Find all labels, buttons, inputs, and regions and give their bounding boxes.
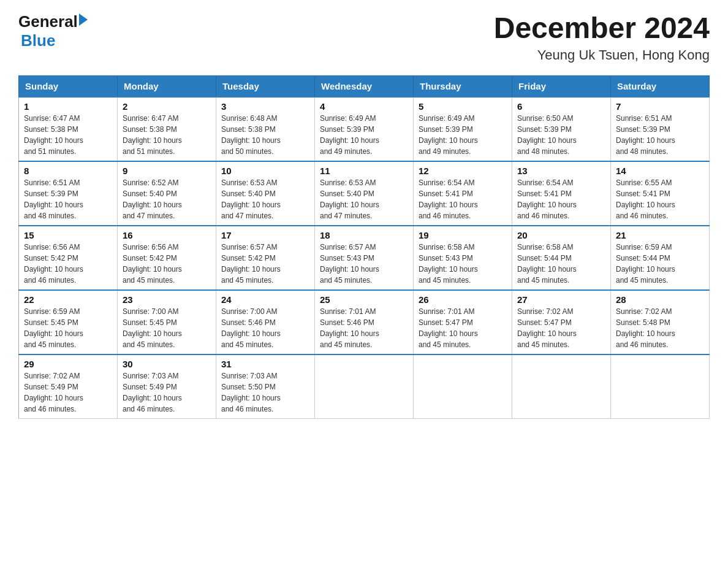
day-cell-14: 14Sunrise: 6:55 AM Sunset: 5:41 PM Dayli… [611,161,710,226]
day-cell-29: 29Sunrise: 7:02 AM Sunset: 5:49 PM Dayli… [19,354,118,419]
header-monday: Monday [118,75,216,97]
header-thursday: Thursday [414,75,512,97]
day-cell-28: 28Sunrise: 7:02 AM Sunset: 5:48 PM Dayli… [611,290,710,354]
day-number-27: 27 [517,294,605,305]
day-info-28: Sunrise: 7:02 AM Sunset: 5:48 PM Dayligh… [616,306,704,350]
day-number-31: 31 [221,359,309,369]
day-cell-10: 10Sunrise: 6:53 AM Sunset: 5:40 PM Dayli… [216,161,315,226]
day-info-19: Sunrise: 6:58 AM Sunset: 5:43 PM Dayligh… [419,242,507,286]
day-cell-16: 16Sunrise: 6:56 AM Sunset: 5:42 PM Dayli… [118,226,216,290]
day-cell-27: 27Sunrise: 7:02 AM Sunset: 5:47 PM Dayli… [512,290,611,354]
day-cell-25: 25Sunrise: 7:01 AM Sunset: 5:46 PM Dayli… [315,290,414,354]
day-cell-6: 6Sunrise: 6:50 AM Sunset: 5:39 PM Daylig… [512,97,611,161]
day-cell-1: 1Sunrise: 6:47 AM Sunset: 5:38 PM Daylig… [19,97,118,161]
day-number-17: 17 [221,230,309,240]
day-cell-3: 3Sunrise: 6:48 AM Sunset: 5:38 PM Daylig… [216,97,315,161]
page-header: General Blue December 2024 Yeung Uk Tsue… [18,12,710,63]
day-cell-19: 19Sunrise: 6:58 AM Sunset: 5:43 PM Dayli… [414,226,512,290]
week-row-5: 29Sunrise: 7:02 AM Sunset: 5:49 PM Dayli… [19,354,710,419]
day-number-3: 3 [221,101,309,112]
day-number-13: 13 [517,166,605,176]
day-number-6: 6 [517,101,605,112]
day-cell-20: 20Sunrise: 6:58 AM Sunset: 5:44 PM Dayli… [512,226,611,290]
day-cell-12: 12Sunrise: 6:54 AM Sunset: 5:41 PM Dayli… [414,161,512,226]
month-title: December 2024 [494,12,710,45]
day-info-17: Sunrise: 6:57 AM Sunset: 5:42 PM Dayligh… [221,242,309,286]
week-row-3: 15Sunrise: 6:56 AM Sunset: 5:42 PM Dayli… [19,226,710,290]
day-cell-4: 4Sunrise: 6:49 AM Sunset: 5:39 PM Daylig… [315,97,414,161]
day-cell-22: 22Sunrise: 6:59 AM Sunset: 5:45 PM Dayli… [19,290,118,354]
day-info-22: Sunrise: 6:59 AM Sunset: 5:45 PM Dayligh… [24,306,112,350]
day-info-9: Sunrise: 6:52 AM Sunset: 5:40 PM Dayligh… [123,177,211,221]
day-number-26: 26 [419,294,507,305]
day-number-12: 12 [419,166,507,176]
day-info-6: Sunrise: 6:50 AM Sunset: 5:39 PM Dayligh… [517,113,605,157]
day-number-10: 10 [221,166,309,176]
day-cell-5: 5Sunrise: 6:49 AM Sunset: 5:39 PM Daylig… [414,97,512,161]
day-number-11: 11 [320,166,408,176]
day-number-5: 5 [419,101,507,112]
day-number-30: 30 [123,359,211,369]
calendar-table: SundayMondayTuesdayWednesdayThursdayFrid… [18,75,710,419]
week-row-1: 1Sunrise: 6:47 AM Sunset: 5:38 PM Daylig… [19,97,710,161]
empty-cell [414,354,512,419]
day-number-21: 21 [616,230,704,240]
day-info-23: Sunrise: 7:00 AM Sunset: 5:45 PM Dayligh… [123,306,211,350]
day-number-14: 14 [616,166,704,176]
title-section: December 2024 Yeung Uk Tsuen, Hong Kong [494,12,710,63]
day-number-16: 16 [123,230,211,240]
day-info-25: Sunrise: 7:01 AM Sunset: 5:46 PM Dayligh… [320,306,408,350]
day-cell-2: 2Sunrise: 6:47 AM Sunset: 5:38 PM Daylig… [118,97,216,161]
header-tuesday: Tuesday [216,75,315,97]
day-cell-24: 24Sunrise: 7:00 AM Sunset: 5:46 PM Dayli… [216,290,315,354]
day-number-2: 2 [123,101,211,112]
day-number-1: 1 [24,101,112,112]
day-cell-30: 30Sunrise: 7:03 AM Sunset: 5:49 PM Dayli… [118,354,216,419]
day-info-16: Sunrise: 6:56 AM Sunset: 5:42 PM Dayligh… [123,242,211,286]
day-cell-18: 18Sunrise: 6:57 AM Sunset: 5:43 PM Dayli… [315,226,414,290]
week-row-4: 22Sunrise: 6:59 AM Sunset: 5:45 PM Dayli… [19,290,710,354]
day-info-3: Sunrise: 6:48 AM Sunset: 5:38 PM Dayligh… [221,113,309,157]
day-info-7: Sunrise: 6:51 AM Sunset: 5:39 PM Dayligh… [616,113,704,157]
day-cell-8: 8Sunrise: 6:51 AM Sunset: 5:39 PM Daylig… [19,161,118,226]
day-number-25: 25 [320,294,408,305]
day-number-28: 28 [616,294,704,305]
day-info-29: Sunrise: 7:02 AM Sunset: 5:49 PM Dayligh… [24,370,112,415]
day-cell-31: 31Sunrise: 7:03 AM Sunset: 5:50 PM Dayli… [216,354,315,419]
logo-general: General [18,12,78,31]
logo-blue: Blue [21,31,55,50]
day-cell-23: 23Sunrise: 7:00 AM Sunset: 5:45 PM Dayli… [118,290,216,354]
day-number-7: 7 [616,101,704,112]
day-number-29: 29 [24,359,112,369]
day-cell-9: 9Sunrise: 6:52 AM Sunset: 5:40 PM Daylig… [118,161,216,226]
day-cell-11: 11Sunrise: 6:53 AM Sunset: 5:40 PM Dayli… [315,161,414,226]
header-friday: Friday [512,75,611,97]
day-info-26: Sunrise: 7:01 AM Sunset: 5:47 PM Dayligh… [419,306,507,350]
day-number-4: 4 [320,101,408,112]
day-info-10: Sunrise: 6:53 AM Sunset: 5:40 PM Dayligh… [221,177,309,221]
day-cell-21: 21Sunrise: 6:59 AM Sunset: 5:44 PM Dayli… [611,226,710,290]
day-info-13: Sunrise: 6:54 AM Sunset: 5:41 PM Dayligh… [517,177,605,221]
day-number-15: 15 [24,230,112,240]
day-number-9: 9 [123,166,211,176]
day-number-24: 24 [221,294,309,305]
day-cell-7: 7Sunrise: 6:51 AM Sunset: 5:39 PM Daylig… [611,97,710,161]
day-number-18: 18 [320,230,408,240]
day-number-20: 20 [517,230,605,240]
week-row-2: 8Sunrise: 6:51 AM Sunset: 5:39 PM Daylig… [19,161,710,226]
day-info-2: Sunrise: 6:47 AM Sunset: 5:38 PM Dayligh… [123,113,211,157]
day-info-30: Sunrise: 7:03 AM Sunset: 5:49 PM Dayligh… [123,370,211,415]
day-info-1: Sunrise: 6:47 AM Sunset: 5:38 PM Dayligh… [24,113,112,157]
day-number-8: 8 [24,166,112,176]
logo-top: General [18,12,88,31]
day-info-15: Sunrise: 6:56 AM Sunset: 5:42 PM Dayligh… [24,242,112,286]
empty-cell [512,354,611,419]
header-wednesday: Wednesday [315,75,414,97]
day-info-18: Sunrise: 6:57 AM Sunset: 5:43 PM Dayligh… [320,242,408,286]
day-number-22: 22 [24,294,112,305]
header-sunday: Sunday [19,75,118,97]
day-info-20: Sunrise: 6:58 AM Sunset: 5:44 PM Dayligh… [517,242,605,286]
empty-cell [315,354,414,419]
location-title: Yeung Uk Tsuen, Hong Kong [494,47,710,63]
day-info-4: Sunrise: 6:49 AM Sunset: 5:39 PM Dayligh… [320,113,408,157]
